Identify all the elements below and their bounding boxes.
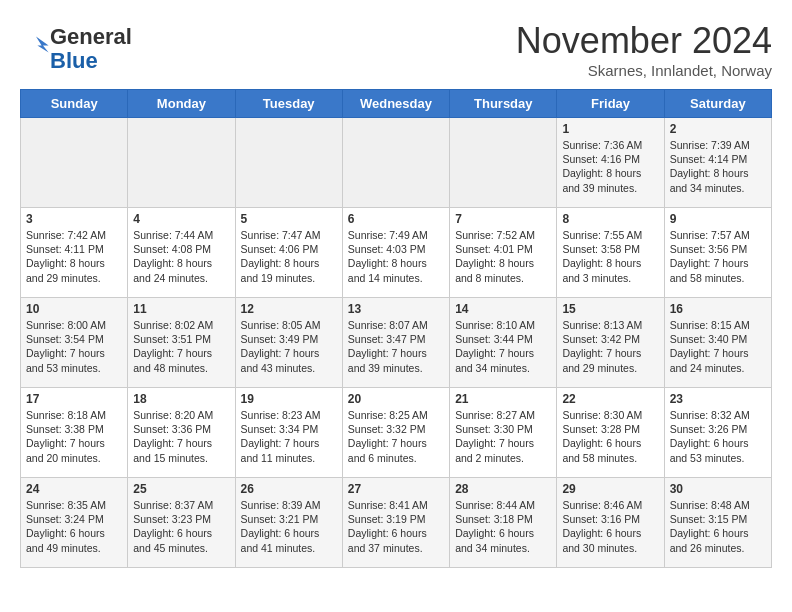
page-header: General Blue November 2024 Skarnes, Innl… [20,20,772,79]
day-cell: 11Sunrise: 8:02 AM Sunset: 3:51 PM Dayli… [128,298,235,388]
day-number: 20 [348,392,444,406]
day-number: 15 [562,302,658,316]
day-cell: 26Sunrise: 8:39 AM Sunset: 3:21 PM Dayli… [235,478,342,568]
day-info: Sunrise: 7:52 AM Sunset: 4:01 PM Dayligh… [455,228,551,285]
day-info: Sunrise: 8:32 AM Sunset: 3:26 PM Dayligh… [670,408,766,465]
day-cell [21,118,128,208]
day-info: Sunrise: 7:47 AM Sunset: 4:06 PM Dayligh… [241,228,337,285]
week-row-5: 24Sunrise: 8:35 AM Sunset: 3:24 PM Dayli… [21,478,772,568]
day-number: 13 [348,302,444,316]
day-number: 24 [26,482,122,496]
day-info: Sunrise: 8:37 AM Sunset: 3:23 PM Dayligh… [133,498,229,555]
weekday-header-monday: Monday [128,90,235,118]
day-number: 9 [670,212,766,226]
day-info: Sunrise: 8:44 AM Sunset: 3:18 PM Dayligh… [455,498,551,555]
day-number: 30 [670,482,766,496]
day-cell [450,118,557,208]
month-title: November 2024 [516,20,772,62]
day-number: 26 [241,482,337,496]
day-info: Sunrise: 8:35 AM Sunset: 3:24 PM Dayligh… [26,498,122,555]
day-cell: 17Sunrise: 8:18 AM Sunset: 3:38 PM Dayli… [21,388,128,478]
day-number: 16 [670,302,766,316]
day-number: 19 [241,392,337,406]
day-cell: 19Sunrise: 8:23 AM Sunset: 3:34 PM Dayli… [235,388,342,478]
day-info: Sunrise: 8:10 AM Sunset: 3:44 PM Dayligh… [455,318,551,375]
day-number: 17 [26,392,122,406]
day-number: 10 [26,302,122,316]
day-number: 18 [133,392,229,406]
day-cell: 9Sunrise: 7:57 AM Sunset: 3:56 PM Daylig… [664,208,771,298]
day-number: 28 [455,482,551,496]
day-cell: 27Sunrise: 8:41 AM Sunset: 3:19 PM Dayli… [342,478,449,568]
day-info: Sunrise: 7:49 AM Sunset: 4:03 PM Dayligh… [348,228,444,285]
day-cell: 2Sunrise: 7:39 AM Sunset: 4:14 PM Daylig… [664,118,771,208]
day-cell [235,118,342,208]
weekday-header-wednesday: Wednesday [342,90,449,118]
day-info: Sunrise: 8:30 AM Sunset: 3:28 PM Dayligh… [562,408,658,465]
day-info: Sunrise: 8:39 AM Sunset: 3:21 PM Dayligh… [241,498,337,555]
day-cell: 16Sunrise: 8:15 AM Sunset: 3:40 PM Dayli… [664,298,771,388]
day-cell: 30Sunrise: 8:48 AM Sunset: 3:15 PM Dayli… [664,478,771,568]
day-number: 2 [670,122,766,136]
week-row-4: 17Sunrise: 8:18 AM Sunset: 3:38 PM Dayli… [21,388,772,478]
day-cell: 10Sunrise: 8:00 AM Sunset: 3:54 PM Dayli… [21,298,128,388]
day-number: 29 [562,482,658,496]
day-info: Sunrise: 7:36 AM Sunset: 4:16 PM Dayligh… [562,138,658,195]
calendar-body: 1Sunrise: 7:36 AM Sunset: 4:16 PM Daylig… [21,118,772,568]
day-cell: 20Sunrise: 8:25 AM Sunset: 3:32 PM Dayli… [342,388,449,478]
day-cell: 14Sunrise: 8:10 AM Sunset: 3:44 PM Dayli… [450,298,557,388]
day-info: Sunrise: 7:55 AM Sunset: 3:58 PM Dayligh… [562,228,658,285]
day-number: 11 [133,302,229,316]
day-cell: 18Sunrise: 8:20 AM Sunset: 3:36 PM Dayli… [128,388,235,478]
day-info: Sunrise: 8:02 AM Sunset: 3:51 PM Dayligh… [133,318,229,375]
day-number: 4 [133,212,229,226]
day-info: Sunrise: 8:13 AM Sunset: 3:42 PM Dayligh… [562,318,658,375]
day-info: Sunrise: 8:18 AM Sunset: 3:38 PM Dayligh… [26,408,122,465]
day-number: 7 [455,212,551,226]
day-cell [128,118,235,208]
day-info: Sunrise: 8:23 AM Sunset: 3:34 PM Dayligh… [241,408,337,465]
day-number: 1 [562,122,658,136]
day-info: Sunrise: 7:42 AM Sunset: 4:11 PM Dayligh… [26,228,122,285]
day-number: 25 [133,482,229,496]
day-cell: 15Sunrise: 8:13 AM Sunset: 3:42 PM Dayli… [557,298,664,388]
day-cell: 6Sunrise: 7:49 AM Sunset: 4:03 PM Daylig… [342,208,449,298]
day-cell [342,118,449,208]
weekday-header-sunday: Sunday [21,90,128,118]
day-cell: 23Sunrise: 8:32 AM Sunset: 3:26 PM Dayli… [664,388,771,478]
day-info: Sunrise: 8:05 AM Sunset: 3:49 PM Dayligh… [241,318,337,375]
day-number: 27 [348,482,444,496]
title-block: November 2024 Skarnes, Innlandet, Norway [516,20,772,79]
week-row-1: 1Sunrise: 7:36 AM Sunset: 4:16 PM Daylig… [21,118,772,208]
day-cell: 22Sunrise: 8:30 AM Sunset: 3:28 PM Dayli… [557,388,664,478]
day-cell: 29Sunrise: 8:46 AM Sunset: 3:16 PM Dayli… [557,478,664,568]
day-number: 5 [241,212,337,226]
weekday-header-tuesday: Tuesday [235,90,342,118]
day-cell: 5Sunrise: 7:47 AM Sunset: 4:06 PM Daylig… [235,208,342,298]
day-number: 21 [455,392,551,406]
weekday-header-thursday: Thursday [450,90,557,118]
weekday-header-row: SundayMondayTuesdayWednesdayThursdayFrid… [21,90,772,118]
day-cell: 4Sunrise: 7:44 AM Sunset: 4:08 PM Daylig… [128,208,235,298]
day-info: Sunrise: 8:00 AM Sunset: 3:54 PM Dayligh… [26,318,122,375]
day-cell: 3Sunrise: 7:42 AM Sunset: 4:11 PM Daylig… [21,208,128,298]
day-cell: 25Sunrise: 8:37 AM Sunset: 3:23 PM Dayli… [128,478,235,568]
weekday-header-friday: Friday [557,90,664,118]
logo-general: General [50,24,132,49]
day-info: Sunrise: 8:07 AM Sunset: 3:47 PM Dayligh… [348,318,444,375]
week-row-3: 10Sunrise: 8:00 AM Sunset: 3:54 PM Dayli… [21,298,772,388]
weekday-header-saturday: Saturday [664,90,771,118]
day-number: 14 [455,302,551,316]
week-row-2: 3Sunrise: 7:42 AM Sunset: 4:11 PM Daylig… [21,208,772,298]
day-cell: 24Sunrise: 8:35 AM Sunset: 3:24 PM Dayli… [21,478,128,568]
day-number: 23 [670,392,766,406]
day-cell: 1Sunrise: 7:36 AM Sunset: 4:16 PM Daylig… [557,118,664,208]
day-info: Sunrise: 8:46 AM Sunset: 3:16 PM Dayligh… [562,498,658,555]
calendar-table: SundayMondayTuesdayWednesdayThursdayFrid… [20,89,772,568]
day-number: 8 [562,212,658,226]
day-cell: 21Sunrise: 8:27 AM Sunset: 3:30 PM Dayli… [450,388,557,478]
day-info: Sunrise: 8:41 AM Sunset: 3:19 PM Dayligh… [348,498,444,555]
day-info: Sunrise: 8:48 AM Sunset: 3:15 PM Dayligh… [670,498,766,555]
day-info: Sunrise: 7:39 AM Sunset: 4:14 PM Dayligh… [670,138,766,195]
day-cell: 12Sunrise: 8:05 AM Sunset: 3:49 PM Dayli… [235,298,342,388]
